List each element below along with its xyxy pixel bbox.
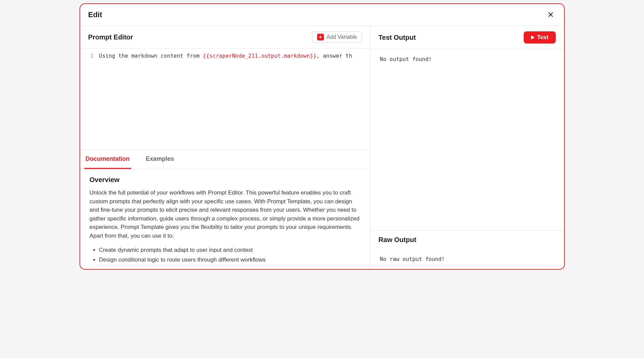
test-output-content: No output found!	[370, 49, 564, 230]
left-panel: Prompt Editor + Add Variable 1 Using the…	[80, 26, 371, 269]
plus-icon: +	[317, 34, 324, 40]
tabs: Documentation Examples	[80, 150, 370, 169]
right-panel: Test Output Test No output found! Raw Ou…	[370, 26, 564, 269]
test-button[interactable]: Test	[524, 31, 556, 43]
editor-header: Prompt Editor + Add Variable	[80, 26, 370, 49]
list-item: Design conditional logic to route users …	[99, 255, 361, 265]
list-item: Create dynamic prompts that adapt to use…	[99, 245, 361, 255]
modal-body: Prompt Editor + Add Variable 1 Using the…	[80, 26, 564, 269]
code-variable: {{scraperNode_211.output.markdown}}	[203, 53, 316, 59]
test-output-header: Test Output Test	[370, 26, 564, 49]
tab-examples[interactable]: Examples	[145, 150, 176, 169]
documentation-heading: Overview	[90, 176, 361, 184]
raw-output-title: Raw Output	[370, 231, 564, 249]
modal-header: Edit ✕	[80, 4, 564, 26]
add-variable-button[interactable]: + Add Variable	[312, 31, 362, 43]
code-suffix: , answer th	[316, 53, 352, 59]
test-button-label: Test	[537, 34, 549, 41]
code-line: 1 Using the markdown content from {{scra…	[80, 53, 370, 59]
code-content: Using the markdown content from {{scrape…	[99, 53, 352, 59]
modal-title: Edit	[88, 10, 102, 19]
play-icon	[531, 35, 534, 39]
code-prefix: Using the markdown content from	[99, 53, 203, 59]
tab-documentation[interactable]: Documentation	[84, 150, 131, 169]
close-button[interactable]: ✕	[545, 9, 556, 20]
documentation-content[interactable]: Overview Unlock the full potential of yo…	[80, 169, 370, 269]
close-icon: ✕	[547, 10, 554, 20]
edit-modal: Edit ✕ Prompt Editor + Add Variable 1 Us…	[80, 3, 565, 270]
editor-title: Prompt Editor	[88, 33, 133, 41]
code-editor[interactable]: 1 Using the markdown content from {{scra…	[80, 49, 370, 150]
documentation-list: Create dynamic prompts that adapt to use…	[90, 245, 361, 265]
raw-output-section: Raw Output No raw output found!	[370, 230, 564, 269]
line-number: 1	[86, 53, 99, 59]
documentation-paragraph: Unlock the full potential of your workfl…	[90, 188, 361, 240]
add-variable-label: Add Variable	[327, 34, 357, 40]
raw-output-content: No raw output found!	[370, 249, 564, 269]
test-output-title: Test Output	[378, 34, 416, 41]
